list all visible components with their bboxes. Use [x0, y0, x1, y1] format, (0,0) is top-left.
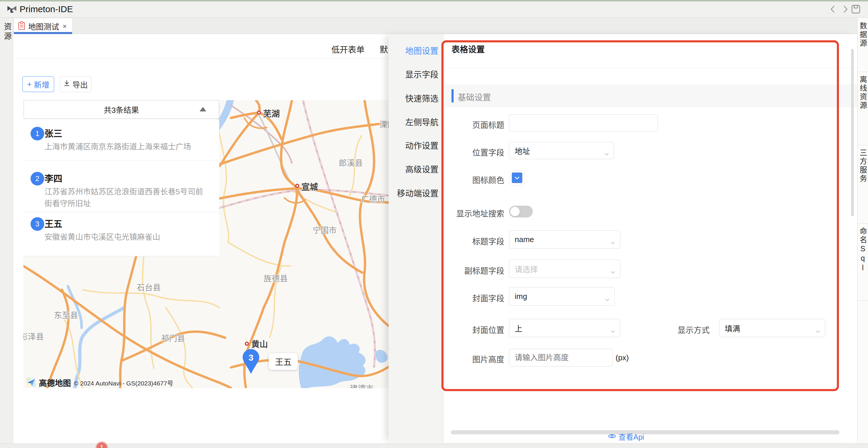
nav-item-left-nav[interactable]: 左侧导航	[405, 116, 438, 128]
list-item-number: 2	[31, 172, 44, 185]
field-label-cover-field: 封面字段	[444, 292, 504, 304]
nav-back-icon[interactable]	[828, 4, 838, 14]
map-label-county: 石台县	[137, 281, 161, 293]
nav-item-mobile-settings[interactable]: 移动端设置	[397, 187, 438, 199]
section-basic-settings: 基础设置	[444, 84, 857, 107]
map-attribution-brand: 高德地图	[39, 377, 71, 388]
chevron-down-icon	[815, 326, 820, 335]
tab-label: 地图测试	[28, 21, 59, 32]
app-title: Primeton-IDE	[20, 4, 73, 14]
cover-field-select[interactable]: img	[509, 287, 615, 306]
collapse-triangle-icon[interactable]	[199, 107, 206, 111]
app-logo-icon	[6, 4, 17, 16]
list-item-address: 上海市黄浦区南京东路街道上海来福士广场	[44, 141, 206, 152]
panel-divider	[444, 68, 857, 68]
field-label-title-field: 标题字段	[444, 235, 504, 247]
page-header-low-code-form[interactable]: 低开表单	[331, 43, 365, 55]
display-mode-select[interactable]: 填满	[719, 319, 825, 337]
map-label-county: 建德市	[350, 382, 374, 388]
amap-logo-icon	[26, 377, 36, 388]
settings-drawer: 地图设置 显示字段 快速筛选 左侧导航 动作设置 高级设置 移动端设置 表格设置…	[389, 34, 857, 443]
list-item-number: 3	[31, 217, 44, 231]
tab-strip: 地图测试 ×	[13, 18, 857, 34]
chevron-down-icon	[605, 294, 610, 303]
list-item-name[interactable]: 李四	[44, 171, 62, 184]
dock-item-thirdparty-services[interactable]: 三方服务	[858, 145, 868, 224]
cover-position-select[interactable]: 上	[509, 319, 620, 337]
map-label-county: 祁门县	[161, 332, 185, 344]
list-item-name[interactable]: 张三	[44, 126, 62, 139]
tab-close-icon[interactable]: ×	[63, 22, 67, 31]
list-item-address: 安徽省黄山市屯溪区屯光镇麻雀山	[44, 231, 206, 243]
panel-title: 表格设置	[452, 43, 485, 55]
map-label-city: 芜湖	[263, 107, 280, 119]
color-swatch	[512, 172, 522, 183]
map-label-county: 彭泽县	[24, 331, 44, 342]
list-item-address: 江苏省苏州市姑苏区沧浪街道西善长巷5号司前街看守所旧址	[44, 186, 206, 209]
nav-item-map-settings[interactable]: 地图设置	[405, 44, 438, 56]
add-button[interactable]: + 新增	[22, 76, 54, 92]
subtitle-field-select[interactable]: 请选择	[509, 260, 620, 278]
list-item-name[interactable]: 王五	[44, 216, 62, 230]
map-label-county: 东至县	[54, 309, 78, 320]
map-attribution-text: © 2024 AutoNavi - GS(2023)4677号	[74, 378, 173, 387]
nav-item-action-settings[interactable]: 动作设置	[405, 139, 438, 151]
results-list: 1 张三 上海市黄浦区南京东路街道上海来福士广场 2 李四 江苏省苏州市姑苏区沧…	[24, 119, 219, 256]
map-label-county: 广德市	[361, 193, 385, 204]
chevron-down-icon	[611, 326, 615, 335]
toggle-knob	[510, 207, 520, 216]
settings-nav: 地图设置 显示字段 快速筛选 左侧导航 动作设置 高级设置 移动端设置	[389, 34, 444, 443]
map-pin-label[interactable]: 王五	[269, 353, 298, 370]
map-label-county: 宁国市	[313, 224, 337, 236]
dock-item-datasource[interactable]: 数据源	[858, 19, 868, 72]
nav-item-advanced-settings[interactable]: 高级设置	[405, 163, 438, 175]
results-summary-header[interactable]: 共3条结果	[24, 100, 219, 119]
titlebar: Primeton-IDE	[0, 0, 868, 18]
field-label-cover-position: 封面位置	[444, 324, 504, 335]
page-header-divider	[17, 58, 389, 59]
notification-badge[interactable]: 1	[95, 442, 108, 448]
section-accent-bar	[452, 89, 454, 103]
eye-icon	[608, 432, 616, 441]
primeton-ide-window: Primeton-IDE 地图测试 ×	[0, 0, 868, 448]
city-dot-wuhu	[257, 110, 261, 115]
px-unit-suffix: (px)	[616, 353, 629, 363]
document-icon	[18, 21, 25, 31]
city-dot-huangshan	[245, 342, 249, 346]
field-label-image-height: 图片高度	[444, 353, 504, 365]
image-height-input[interactable]	[509, 349, 613, 367]
export-button[interactable]: 导出	[60, 76, 91, 92]
map-label-city: 黄山	[251, 338, 268, 350]
dock-item-resources[interactable]: 资源	[0, 23, 13, 41]
map-label-county: 旌德县	[264, 272, 288, 284]
right-dock: 数据源 离线资源 三方服务 命名Sql	[857, 19, 868, 444]
title-field-select[interactable]: name	[509, 230, 620, 249]
list-divider	[24, 160, 219, 160]
download-icon	[63, 80, 70, 89]
list-item-number: 1	[31, 127, 44, 140]
field-label-show-address-search: 显示地址搜索	[444, 207, 504, 219]
page-title-input[interactable]	[509, 114, 658, 132]
city-dot-xuancheng	[295, 184, 299, 188]
field-label-position-field: 位置字段	[444, 146, 504, 158]
list-divider	[24, 212, 219, 212]
icon-color-picker[interactable]	[509, 170, 525, 185]
nav-item-quick-filter[interactable]: 快速筛选	[405, 92, 438, 104]
save-icon[interactable]	[851, 4, 861, 14]
chevron-down-icon	[604, 148, 609, 158]
map-attribution: 高德地图 © 2024 AutoNavi - GS(2023)4677号	[26, 377, 173, 388]
vertical-scrollbar[interactable]	[851, 49, 854, 216]
position-field-select[interactable]: 地址	[509, 142, 614, 159]
table-settings-panel: 表格设置 基础设置 页面标题 位置字段 地址 图标颜色	[444, 34, 857, 443]
dock-item-named-sql[interactable]: 命名Sql	[858, 224, 868, 301]
map-pin-3[interactable]: 3	[243, 349, 259, 375]
horizontal-scrollbar[interactable]	[451, 430, 839, 435]
page-header-default[interactable]: 默	[380, 43, 388, 55]
field-label-subtitle-field: 副标题字段	[444, 265, 504, 276]
dock-item-offline-resources[interactable]: 离线资源	[858, 72, 868, 145]
show-address-search-toggle[interactable]	[509, 206, 533, 217]
field-label-icon-color: 图标颜色	[444, 174, 504, 185]
view-api-link[interactable]: 查看Api	[608, 431, 644, 442]
nav-forward-icon[interactable]	[840, 4, 850, 14]
nav-item-display-fields[interactable]: 显示字段	[405, 68, 438, 80]
